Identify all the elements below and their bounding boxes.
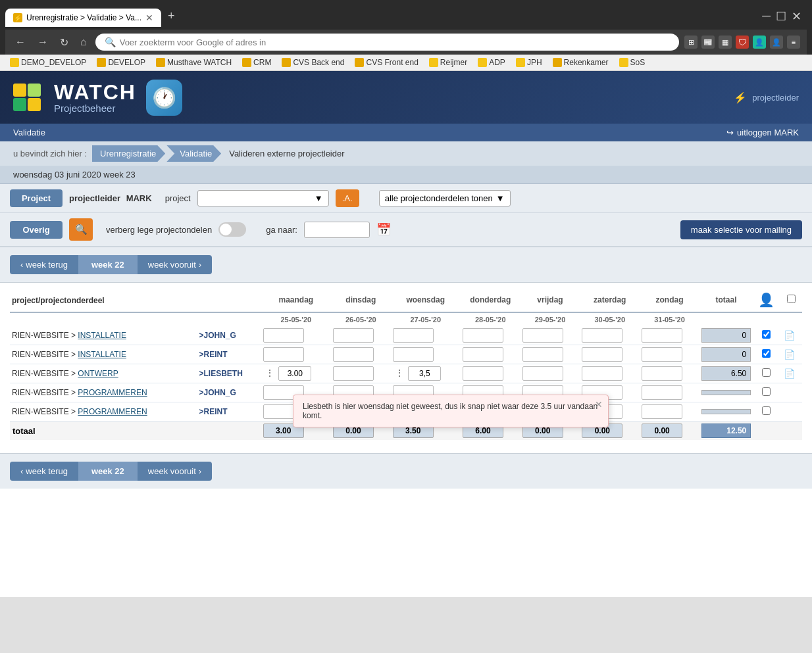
assignee-cell: >REINT [195, 402, 261, 422]
refresh-button[interactable]: ↻ [57, 35, 72, 50]
address-bar[interactable]: 🔍 [95, 34, 679, 51]
dots-menu[interactable]: ⋮ [263, 368, 276, 378]
time-input-thu[interactable] [463, 347, 503, 362]
row-checkbox[interactable] [762, 368, 771, 377]
back-button[interactable]: ← [12, 35, 29, 49]
extension-icon[interactable]: 👤 [753, 36, 766, 49]
home-button[interactable]: ⌂ [77, 35, 90, 49]
time-input-tue[interactable] [333, 366, 374, 381]
mailing-button[interactable]: maak selectie voor mailing [680, 220, 802, 239]
profile-icon[interactable]: 👤 [770, 36, 783, 49]
time-input-thu[interactable] [463, 328, 503, 343]
bookmark-sos[interactable]: SoS [615, 57, 650, 68]
part-link[interactable]: PROGRAMMEREN [78, 388, 147, 397]
part-link[interactable]: ONTWERP [78, 369, 118, 378]
filter-label[interactable]: ⚡ projectleider [734, 91, 799, 104]
row-checkbox[interactable] [762, 349, 771, 358]
bookmark-demo-develop[interactable]: DEMO_DEVELOP [5, 57, 91, 68]
time-input-fri[interactable] [522, 366, 563, 381]
bookmark-jph[interactable]: JPH [511, 57, 547, 68]
time-input-wed[interactable] [393, 328, 434, 343]
time-input-sun[interactable] [642, 366, 682, 381]
date-saturday: 30-05-'20 [580, 312, 640, 326]
time-input-tue[interactable] [333, 328, 374, 343]
shield-icon[interactable]: 🛡 [736, 36, 749, 49]
time-input-mon[interactable] [278, 366, 311, 381]
time-input-sun[interactable] [642, 404, 682, 419]
day-cell [640, 326, 699, 345]
part-link[interactable]: INSTALLATIE [78, 331, 126, 340]
time-input-mon[interactable] [263, 347, 304, 362]
day-cell [640, 402, 699, 422]
folder-icon [516, 58, 525, 67]
time-input-thu[interactable] [463, 366, 503, 381]
bookmark-crm[interactable]: CRM [238, 57, 276, 68]
next-week-button[interactable]: week vooruit › [138, 255, 212, 274]
time-input-wed[interactable] [408, 366, 441, 381]
bookmarks-icon[interactable]: ⊞ [684, 36, 698, 49]
goto-input[interactable] [304, 222, 370, 238]
timetable: project/projectonderdeel maandag dinsdag… [0, 283, 812, 447]
cube-lime [28, 84, 41, 97]
day-cell [580, 326, 640, 345]
bookmark-reijmer[interactable]: Reijmer [424, 57, 472, 68]
address-input[interactable] [120, 37, 670, 47]
logout-link[interactable]: ↪ uitloggen MARK [726, 128, 799, 137]
row-checkbox[interactable] [762, 330, 771, 339]
document-icon[interactable]: 📄 [784, 330, 795, 341]
next-week-button-bottom[interactable]: week vooruit › [138, 462, 212, 481]
row-total: 6.50 [701, 366, 751, 381]
new-tab-button[interactable]: + [161, 5, 182, 27]
time-input-wed[interactable] [393, 347, 434, 362]
document-icon[interactable]: 📄 [784, 349, 795, 360]
time-input-sat[interactable] [582, 347, 622, 362]
breadcrumb-urenregistratie[interactable]: Urenregistratie [92, 145, 165, 162]
prev-week-button-bottom[interactable]: ‹ week terug [10, 462, 78, 481]
col-checkbox-all[interactable] [780, 289, 802, 312]
close-window-button[interactable]: ✕ [792, 9, 801, 24]
qr-icon[interactable]: ▦ [719, 36, 732, 49]
project-select[interactable]: ▼ [197, 190, 329, 206]
bookmark-musthave-watch[interactable]: Musthave WATCH [151, 57, 236, 68]
tab-close-button[interactable]: ✕ [145, 12, 153, 23]
bookmark-label: CVS Front end [366, 58, 418, 67]
time-input-sun[interactable] [642, 385, 682, 400]
time-input-fri[interactable] [522, 328, 563, 343]
bookmark-cvs-back[interactable]: CVS Back end [277, 57, 349, 68]
time-input-sat[interactable] [582, 328, 622, 343]
part-link[interactable]: PROGRAMMEREN [78, 407, 147, 416]
time-input-sat[interactable] [582, 366, 622, 381]
apply-button[interactable]: .A. [336, 189, 359, 207]
select-all-checkbox[interactable] [787, 295, 796, 303]
bookmark-rekenkamer[interactable]: Rekenkamer [548, 57, 613, 68]
tooltip-close-button[interactable]: ✕ [595, 399, 603, 410]
time-input-tue[interactable] [333, 347, 374, 362]
calendar-button[interactable]: 📅 [376, 222, 391, 237]
project-cell: RIEN-WEBSITE > PROGRAMMEREN [10, 402, 195, 422]
bookmark-cvs-front[interactable]: CVS Front end [350, 57, 422, 68]
part-link[interactable]: INSTALLATIE [78, 350, 126, 359]
bookmark-develop[interactable]: DEVELOP [92, 57, 150, 68]
menu-icon[interactable]: ≡ [787, 36, 800, 49]
prev-week-button[interactable]: ‹ week terug [10, 255, 78, 274]
hide-empty-toggle[interactable] [218, 222, 246, 237]
search-button[interactable]: 🔍 [69, 218, 93, 241]
time-input-sun[interactable] [642, 347, 682, 362]
goto-label: ga naar: [266, 225, 297, 235]
maximize-button[interactable]: ☐ [776, 9, 786, 24]
row-checkbox[interactable] [762, 387, 771, 396]
breadcrumb-validatie[interactable]: Validatie [166, 145, 221, 162]
active-browser-tab[interactable]: ⚡ Urenregistratie > Validatie > Va... ✕ [5, 9, 161, 27]
minimize-button[interactable]: ─ [762, 9, 771, 23]
dots-menu[interactable]: ⋮ [393, 368, 406, 378]
row-checkbox[interactable] [762, 406, 771, 415]
time-input-fri[interactable] [522, 347, 563, 362]
time-input-mon[interactable] [263, 328, 304, 343]
all-parts-select[interactable]: alle projectonderdelen tonen ▼ [379, 190, 511, 206]
cube-yellow2 [28, 98, 41, 111]
bookmark-adp[interactable]: ADP [473, 57, 510, 68]
forward-button[interactable]: → [34, 35, 51, 49]
document-icon[interactable]: 📄 [784, 368, 795, 379]
reader-icon[interactable]: 📰 [701, 36, 715, 49]
time-input-sun[interactable] [642, 328, 682, 343]
